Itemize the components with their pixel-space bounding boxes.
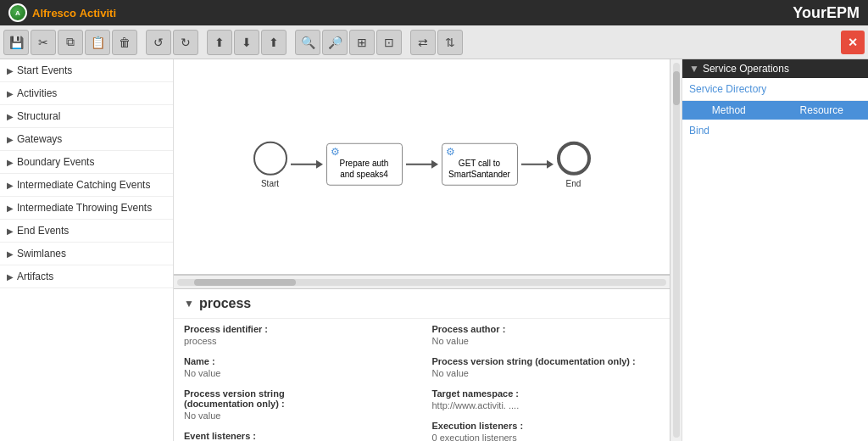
sidebar-item-intermediate-throwing-events[interactable]: ▶ Intermediate Throwing Events — [0, 197, 173, 220]
right-panel: ▼ Service Operations Service Directory M… — [682, 59, 868, 441]
sidebar-item-label: Intermediate Catching Events — [17, 179, 150, 191]
collapse-icon: ▼ — [689, 63, 699, 75]
sidebar-item-label: Boundary Events — [17, 156, 94, 168]
import-button[interactable]: ⬆ — [207, 30, 232, 55]
paste-button[interactable]: 📋 — [85, 30, 110, 55]
field-label: Execution listeners : — [432, 421, 660, 431]
close-button[interactable]: ✕ — [841, 31, 865, 54]
logo-area: A Alfresco Activiti — [8, 3, 116, 22]
zoom-fit-button[interactable]: ⊞ — [349, 30, 375, 55]
chevron-right-icon: ▶ — [7, 272, 14, 282]
field-label: Process author : — [432, 324, 660, 334]
sidebar-item-label: Activities — [17, 87, 57, 99]
field-version-string: Process version string(documentation onl… — [174, 383, 422, 426]
field-target-namespace: Target namespace : http://www.activiti. … — [422, 383, 670, 416]
vertical-scrollbar[interactable] — [670, 59, 682, 441]
arrow-1 — [291, 160, 323, 169]
alfresco-logo: A — [8, 3, 27, 22]
task1-label: Prepare auth and speaks4 — [332, 158, 397, 180]
end-node: End — [557, 141, 591, 187]
task2[interactable]: ⚙ GET call to SmartSantander — [442, 143, 518, 186]
field-label: Process version string(documentation onl… — [184, 388, 412, 409]
sidebar-item-gateways[interactable]: ▶ Gateways — [0, 128, 173, 151]
export2-button[interactable]: ⬆ — [261, 30, 287, 55]
bind-row[interactable]: Bind — [682, 120, 868, 142]
save-button[interactable]: 💾 — [3, 30, 29, 55]
task1-node: ⚙ Prepare auth and speaks4 — [326, 143, 403, 186]
sidebar-item-label: Swimlanes — [17, 248, 66, 260]
field-label: Name : — [184, 356, 412, 366]
main-area: ▶ Start Events ▶ Activities ▶ Structural… — [0, 59, 868, 441]
sidebar-item-boundary-events[interactable]: ▶ Boundary Events — [0, 151, 173, 174]
sidebar-item-swimlanes[interactable]: ▶ Swimlanes — [0, 243, 173, 265]
zoom-in-button[interactable]: 🔍 — [295, 30, 320, 55]
layout1-button[interactable]: ⇄ — [410, 30, 436, 55]
arrow-3 — [521, 160, 554, 169]
zoom-custom-button[interactable]: ⊡ — [376, 30, 402, 55]
chevron-right-icon: ▶ — [7, 89, 14, 98]
horizontal-scrollbar[interactable] — [174, 275, 670, 288]
sidebar-item-end-events[interactable]: ▶ End Events — [0, 220, 173, 243]
gear-icon: ⚙ — [331, 146, 340, 158]
chevron-right-icon: ▶ — [7, 249, 14, 259]
chevron-right-icon: ▶ — [7, 158, 14, 167]
delete-button[interactable]: 🗑 — [112, 30, 137, 55]
chevron-right-icon: ▶ — [7, 204, 14, 213]
chevron-right-icon: ▶ — [7, 135, 14, 144]
collapse-arrow-icon[interactable]: ▼ — [184, 298, 194, 310]
vscroll-thumb[interactable] — [673, 71, 680, 105]
field-value: No value — [184, 410, 412, 421]
export-button[interactable]: ⬇ — [234, 30, 259, 55]
copy-button[interactable]: ⧉ — [58, 30, 83, 55]
sidebar-item-structural[interactable]: ▶ Structural — [0, 105, 173, 128]
sidebar-item-label: Start Events — [17, 64, 72, 76]
undo-button[interactable]: ↺ — [146, 30, 171, 55]
toolbar: 💾 ✂ ⧉ 📋 🗑 ↺ ↻ ⬆ ⬇ ⬆ 🔍 🔎 ⊞ ⊡ ⇄ ⇅ ✕ — [0, 25, 868, 59]
field-value: 0 execution listeners — [432, 433, 660, 441]
sidebar-item-activities[interactable]: ▶ Activities — [0, 82, 173, 105]
hscroll-track[interactable] — [177, 279, 666, 286]
process-fields-right: Process author : No value Process versio… — [422, 319, 670, 441]
field-value: No value — [432, 368, 660, 378]
hscroll-thumb[interactable] — [194, 279, 296, 286]
redo-button[interactable]: ↻ — [173, 30, 198, 55]
task1[interactable]: ⚙ Prepare auth and speaks4 — [326, 143, 403, 186]
field-process-identifier: Process identifier : process — [174, 319, 422, 351]
gear-icon: ⚙ — [446, 146, 455, 158]
field-execution-listeners: Execution listeners : 0 execution listen… — [422, 416, 670, 441]
process-fields: Process identifier : process Name : No v… — [174, 319, 670, 441]
sidebar-item-intermediate-catching-events[interactable]: ▶ Intermediate Catching Events — [0, 174, 173, 197]
logo-text: Alfresco Activiti — [32, 7, 116, 20]
workflow-diagram: Start ⚙ Prepare auth and speaks4 — [253, 141, 591, 187]
sidebar-item-label: Structural — [17, 110, 60, 122]
field-label: Event listeners : — [184, 431, 412, 441]
process-title: ▼ process — [174, 289, 670, 319]
sidebar-item-artifacts[interactable]: ▶ Artifacts — [0, 265, 173, 288]
chevron-right-icon: ▶ — [7, 112, 14, 121]
service-operations-label: Service Operations — [703, 63, 789, 75]
sidebar-item-start-events[interactable]: ▶ Start Events — [0, 59, 173, 82]
zoom-out-button[interactable]: 🔎 — [322, 30, 348, 55]
process-fields-left: Process identifier : process Name : No v… — [174, 319, 422, 441]
vscroll-track[interactable] — [673, 63, 680, 438]
field-label: Process version string (documentation on… — [432, 356, 660, 366]
layout2-button[interactable]: ⇅ — [437, 30, 463, 55]
canvas[interactable]: Start ⚙ Prepare auth and speaks4 — [174, 59, 670, 275]
field-value: No value — [184, 368, 412, 378]
right-table-header: Method Resource — [682, 101, 868, 120]
sidebar: ▶ Start Events ▶ Activities ▶ Structural… — [0, 59, 174, 441]
chevron-right-icon: ▶ — [7, 181, 14, 190]
process-title-label: process — [199, 296, 251, 311]
field-name: Process author : No value — [422, 319, 670, 351]
sidebar-item-label: Intermediate Throwing Events — [17, 202, 152, 214]
field-label: Target namespace : — [432, 388, 660, 399]
process-panel: ▼ process Process identifier : process N… — [174, 288, 670, 441]
arrow-2 — [406, 160, 438, 169]
field-label: Process identifier : — [184, 324, 412, 334]
chevron-right-icon: ▶ — [7, 66, 14, 75]
cut-button[interactable]: ✂ — [31, 30, 56, 55]
field-event-listeners: Event listeners : 0 event listeners — [174, 426, 422, 441]
service-directory-link[interactable]: Service Directory — [682, 78, 868, 101]
top-bar: A Alfresco Activiti YourEPM — [0, 0, 868, 25]
field-value: process — [184, 336, 412, 346]
